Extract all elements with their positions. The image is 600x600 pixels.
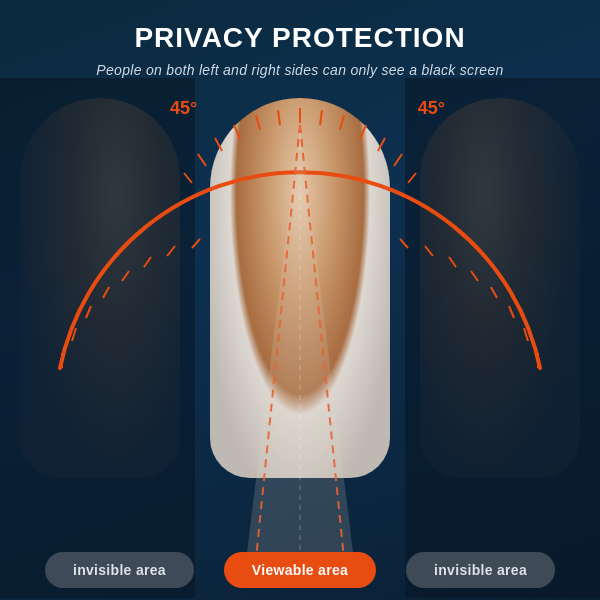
labels-row: invisible area Viewable area invisible a… — [0, 552, 600, 588]
page-title: PRIVACY PROTECTION — [96, 22, 503, 54]
diagram-area: 45° 45° — [0, 78, 600, 600]
viewable-area-label: Viewable area — [224, 552, 376, 588]
main-container: PRIVACY PROTECTION People on both left a… — [0, 0, 600, 600]
angle-left-label: 45° — [170, 98, 197, 119]
dark-overlay-right — [405, 78, 600, 598]
header: PRIVACY PROTECTION People on both left a… — [96, 0, 503, 78]
center-person-inner — [210, 98, 390, 478]
angle-right-label: 45° — [418, 98, 445, 119]
dark-overlay-left — [0, 78, 195, 598]
page-subtitle: People on both left and right sides can … — [96, 62, 503, 78]
invisible-area-left-label: invisible area — [45, 552, 194, 588]
invisible-area-right-label: invisible area — [406, 552, 555, 588]
center-person — [190, 78, 410, 498]
